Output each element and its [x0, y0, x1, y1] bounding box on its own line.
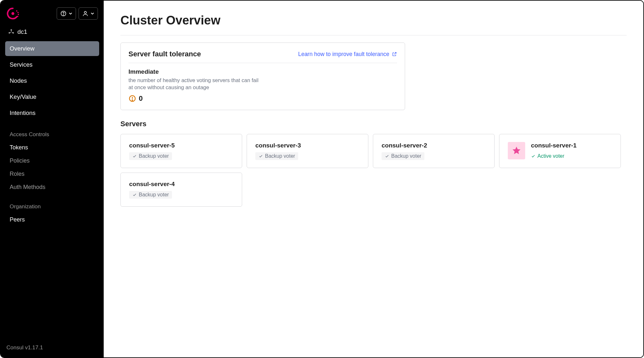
status-text: Backup voter: [139, 192, 169, 198]
organization-heading: Organization: [5, 194, 99, 213]
nav-services[interactable]: Services: [5, 57, 99, 72]
nav-peers[interactable]: Peers: [5, 213, 99, 226]
nav-nodes[interactable]: Nodes: [5, 73, 99, 88]
svg-point-0: [12, 12, 14, 15]
svg-point-1: [16, 10, 17, 12]
nav-label: Overview: [10, 45, 34, 52]
help-menu-button[interactable]: [57, 7, 76, 20]
main-content: Cluster Overview Server fault tolerance …: [104, 1, 643, 357]
alert-icon: [128, 95, 136, 102]
learn-fault-tolerance-link[interactable]: Learn how to improve fault tolerance: [298, 51, 397, 58]
status-badge: Backup voter: [129, 152, 172, 160]
nav-label: Nodes: [10, 77, 27, 84]
leader-badge: [508, 142, 525, 159]
status-badge: Active voter: [531, 152, 568, 160]
status-badge: Backup voter: [382, 152, 424, 160]
stat-value-row: 0: [128, 94, 397, 103]
top-controls: [57, 7, 98, 20]
svg-point-7: [84, 11, 87, 14]
title-divider: [120, 35, 627, 35]
status-badge: Backup voter: [129, 191, 172, 199]
datacenter-selector[interactable]: dc1: [5, 26, 99, 41]
status-text: Backup voter: [265, 153, 295, 159]
svg-point-6: [63, 15, 63, 15]
server-name: consul-server-1: [531, 142, 612, 149]
access-controls-heading: Access Controls: [5, 122, 99, 141]
svg-point-10: [13, 33, 14, 33]
status-text: Active voter: [537, 153, 564, 159]
nav-policies[interactable]: Policies: [5, 154, 99, 167]
nav-overview[interactable]: Overview: [5, 41, 99, 56]
status-text: Backup voter: [391, 153, 421, 159]
svg-point-2: [17, 12, 19, 13]
svg-point-8: [11, 30, 12, 31]
svg-point-9: [9, 33, 10, 33]
check-icon: [132, 154, 137, 158]
check-icon: [132, 193, 137, 197]
nav-label: Intentions: [10, 109, 35, 116]
check-icon: [259, 154, 263, 158]
nav-label: Tokens: [10, 144, 28, 151]
nav-label: Roles: [10, 171, 24, 177]
external-link-icon: [392, 52, 397, 57]
check-icon: [385, 154, 389, 158]
nav-auth-methods[interactable]: Auth Methods: [5, 181, 99, 194]
svg-point-12: [132, 100, 133, 100]
mesh-icon: [8, 29, 14, 35]
server-card-leader[interactable]: consul-server-1 Active voter: [499, 134, 621, 168]
server-name: consul-server-5: [129, 142, 233, 149]
status-text: Backup voter: [139, 153, 169, 159]
nav-tokens[interactable]: Tokens: [5, 141, 99, 154]
svg-point-4: [17, 16, 18, 17]
stat-label: Immediate: [128, 68, 397, 75]
nav-label: Services: [10, 61, 33, 68]
chevron-down-icon: [69, 12, 72, 15]
fault-tolerance-card: Server fault tolerance Learn how to impr…: [120, 42, 405, 110]
server-name: consul-server-3: [255, 142, 360, 149]
nav-primary: Overview Services Nodes Key/Value Intent…: [5, 41, 99, 122]
chevron-down-icon: [90, 12, 94, 15]
user-menu-button[interactable]: [79, 7, 98, 20]
server-card[interactable]: consul-server-3 Backup voter: [247, 134, 368, 168]
immediate-stat: Immediate the number of healthy active v…: [128, 68, 397, 103]
server-card[interactable]: consul-server-4 Backup voter: [120, 173, 242, 207]
nav-label: Auth Methods: [10, 184, 45, 190]
server-card[interactable]: consul-server-5 Backup voter: [120, 134, 242, 168]
sidebar-top: [5, 6, 99, 26]
stat-value: 0: [139, 94, 143, 103]
nav-intentions[interactable]: Intentions: [5, 106, 99, 120]
servers-heading: Servers: [120, 120, 627, 128]
nav-label: Policies: [10, 157, 30, 164]
sidebar: dc1 Overview Services Nodes Key/Value In…: [1, 1, 104, 357]
nav-label: Peers: [10, 216, 25, 223]
nav-keyvalue[interactable]: Key/Value: [5, 90, 99, 104]
card-header: Server fault tolerance Learn how to impr…: [128, 50, 397, 63]
status-badge: Backup voter: [255, 152, 298, 160]
nav-label: Key/Value: [10, 93, 36, 100]
server-card[interactable]: consul-server-2 Backup voter: [373, 134, 495, 168]
page-title: Cluster Overview: [120, 14, 627, 27]
server-grid: consul-server-5 Backup voter consul-serv…: [120, 134, 622, 207]
user-icon: [82, 10, 89, 17]
svg-point-3: [18, 14, 19, 15]
datacenter-name: dc1: [17, 28, 27, 35]
consul-logo[interactable]: [6, 7, 19, 20]
star-icon: [512, 146, 521, 155]
server-name: consul-server-2: [382, 142, 486, 149]
help-icon: [60, 10, 67, 17]
fault-tolerance-title: Server fault tolerance: [128, 50, 201, 58]
version-footer: Consul v1.17.1: [5, 342, 99, 353]
link-text: Learn how to improve fault tolerance: [298, 51, 389, 58]
check-icon: [531, 154, 535, 158]
server-name: consul-server-4: [129, 181, 233, 188]
nav-roles[interactable]: Roles: [5, 167, 99, 181]
stat-description: the number of healthy active voting serv…: [128, 77, 264, 91]
